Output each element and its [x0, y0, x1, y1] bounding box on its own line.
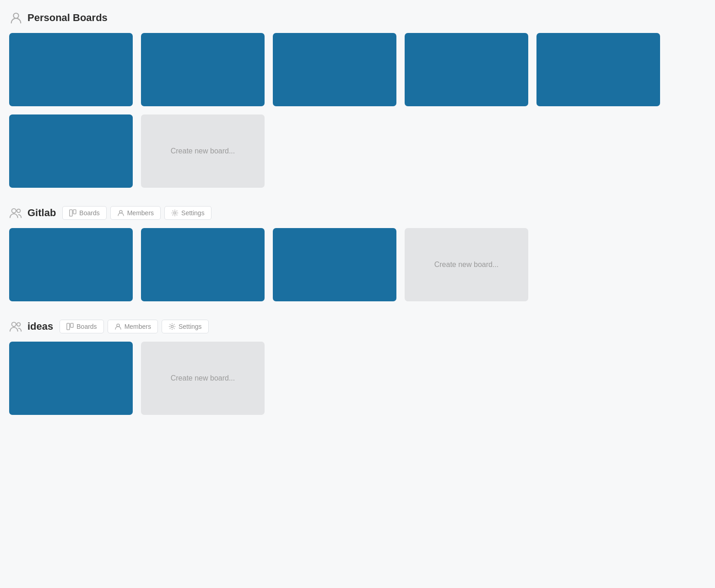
- ideas-settings-button[interactable]: Settings: [162, 320, 209, 333]
- svg-point-8: [17, 323, 21, 327]
- gitlab-boards-label: Boards: [79, 209, 99, 217]
- members-icon: [114, 323, 122, 330]
- board-card[interactable]: [273, 33, 396, 106]
- create-new-board-button[interactable]: Create new board...: [141, 342, 265, 415]
- boards-icon: [66, 323, 74, 330]
- svg-point-2: [17, 209, 21, 213]
- boards-icon: [69, 209, 76, 217]
- ideas-boards-label: Boards: [76, 323, 97, 330]
- gitlab-settings-button[interactable]: Settings: [164, 206, 211, 220]
- create-board-label: Create new board...: [434, 261, 499, 269]
- person-icon: [9, 11, 23, 25]
- personal-boards-header: Personal Boards: [9, 11, 706, 25]
- gitlab-boards-grid: Create new board...: [9, 228, 706, 301]
- settings-icon: [171, 209, 179, 217]
- settings-icon: [168, 323, 176, 330]
- org-gitlab-nav: Boards Members Settings: [62, 206, 211, 220]
- org-gitlab-title: Gitlab: [27, 207, 56, 219]
- gitlab-members-label: Members: [127, 209, 154, 217]
- group-icon: [9, 320, 23, 333]
- board-card[interactable]: [9, 228, 133, 301]
- svg-rect-9: [67, 323, 70, 330]
- gitlab-boards-button[interactable]: Boards: [62, 206, 106, 220]
- svg-point-7: [12, 322, 16, 327]
- svg-point-12: [171, 326, 173, 328]
- board-card[interactable]: [9, 114, 133, 188]
- create-board-label: Create new board...: [171, 147, 235, 155]
- svg-rect-10: [70, 323, 73, 327]
- org-ideas-title: ideas: [27, 321, 53, 332]
- board-card[interactable]: [141, 228, 265, 301]
- board-card[interactable]: [273, 228, 396, 301]
- org-ideas-header: ideas Boards Members: [9, 320, 706, 333]
- org-section-gitlab: Gitlab Boards Members: [9, 206, 706, 301]
- create-new-board-button[interactable]: Create new board...: [141, 114, 265, 188]
- ideas-members-button[interactable]: Members: [108, 320, 158, 333]
- board-card[interactable]: [141, 33, 265, 106]
- svg-point-0: [13, 13, 18, 18]
- members-icon: [117, 209, 125, 217]
- svg-point-1: [12, 209, 16, 213]
- org-section-ideas: ideas Boards Members: [9, 320, 706, 415]
- create-new-board-button[interactable]: Create new board...: [405, 228, 528, 301]
- gitlab-settings-label: Settings: [181, 209, 205, 217]
- board-card[interactable]: [536, 33, 660, 106]
- ideas-settings-label: Settings: [179, 323, 202, 330]
- org-gitlab-header: Gitlab Boards Members: [9, 206, 706, 220]
- ideas-boards-button[interactable]: Boards: [60, 320, 103, 333]
- board-card[interactable]: [9, 33, 133, 106]
- group-icon: [9, 206, 23, 220]
- svg-rect-4: [73, 210, 76, 214]
- svg-rect-3: [70, 210, 72, 216]
- create-board-label: Create new board...: [171, 374, 235, 382]
- personal-boards-grid: Create new board...: [9, 33, 706, 188]
- personal-boards-title: Personal Boards: [27, 12, 108, 24]
- board-card[interactable]: [9, 342, 133, 415]
- svg-point-6: [174, 212, 176, 214]
- board-card[interactable]: [405, 33, 528, 106]
- gitlab-members-button[interactable]: Members: [110, 206, 161, 220]
- ideas-boards-grid: Create new board...: [9, 342, 706, 415]
- org-ideas-nav: Boards Members Settings: [60, 320, 208, 333]
- ideas-members-label: Members: [125, 323, 151, 330]
- personal-boards-section: Personal Boards Create new board...: [9, 11, 706, 188]
